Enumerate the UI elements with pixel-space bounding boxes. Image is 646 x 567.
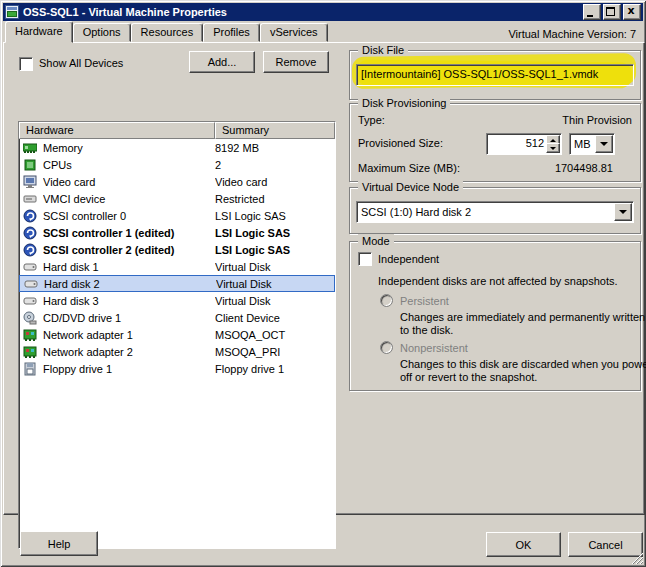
disk-file-group-label: Disk File xyxy=(358,43,408,57)
ok-button[interactable]: OK xyxy=(486,532,561,557)
independent-checkbox[interactable] xyxy=(358,252,372,266)
tab-vservices[interactable]: vServices xyxy=(260,23,328,42)
mode-group: Mode Independent Independent disks are n… xyxy=(349,241,641,391)
device-label: VMCI device xyxy=(43,193,215,205)
device-label: Hard disk 3 xyxy=(43,295,215,307)
hard-disk-icon xyxy=(23,294,37,307)
resize-grip[interactable] xyxy=(630,551,643,564)
hardware-row-cd-dvd-drive-1[interactable]: CD/DVD drive 1Client Device xyxy=(19,309,335,326)
persistent-radio[interactable] xyxy=(380,294,393,307)
device-summary: MSOQA_PRI xyxy=(215,346,335,358)
hardware-row-scsi-controller-1-edited-[interactable]: SCSI controller 1 (edited)LSI Logic SAS xyxy=(19,224,335,241)
device-label: Network adapter 2 xyxy=(43,346,215,358)
hardware-row-network-adapter-2[interactable]: Network adapter 2MSOQA_PRI xyxy=(19,343,335,360)
size-unit-combobox[interactable]: MB xyxy=(569,133,615,155)
device-label: Video card xyxy=(43,176,215,188)
remove-button[interactable]: Remove xyxy=(263,51,329,73)
provisioned-size-label: Provisioned Size: xyxy=(358,137,443,149)
device-node-dropdown-button[interactable] xyxy=(614,203,632,221)
provisioned-size-spinbox[interactable]: 512 xyxy=(486,133,562,155)
disk-file-value: [Intermountain6] OSS-SQL1/OSS-SQL1_1.vmd… xyxy=(361,68,598,80)
tab-label: Options xyxy=(83,26,121,38)
show-all-devices-checkbox[interactable] xyxy=(19,57,33,71)
add-button-label: Add... xyxy=(208,56,237,68)
device-summary: LSI Logic SAS xyxy=(215,210,335,222)
tab-label: vServices xyxy=(270,26,318,38)
device-summary: Virtual Disk xyxy=(215,261,335,273)
hardware-row-scsi-controller-2-edited-[interactable]: SCSI controller 2 (edited)LSI Logic SAS xyxy=(19,241,335,258)
help-button-label: Help xyxy=(48,538,71,550)
size-unit-value: MB xyxy=(570,138,594,150)
type-value: Thin Provision xyxy=(562,114,632,126)
hardware-list[interactable]: Hardware Summary Memory8192 MBCPUs2Video… xyxy=(18,121,336,549)
independent-label: Independent xyxy=(378,253,439,265)
disk-provisioning-group: Disk Provisioning Type: Thin Provision P… xyxy=(349,103,641,182)
device-label: CPUs xyxy=(43,159,215,171)
minimize-icon xyxy=(587,15,593,17)
device-summary: Client Device xyxy=(215,312,335,324)
disk-file-group: Disk File [Intermountain6] OSS-SQL1/OSS-… xyxy=(349,50,641,100)
maximum-size-label: Maximum Size (MB): xyxy=(358,162,460,174)
title-bar[interactable]: OSS-SQL1 - Virtual Machine Properties x xyxy=(3,3,643,21)
device-label: Hard disk 2 xyxy=(44,278,216,290)
hardware-row-scsi-controller-0[interactable]: SCSI controller 0LSI Logic SAS xyxy=(19,207,335,224)
disk-provisioning-group-label: Disk Provisioning xyxy=(358,96,450,110)
vmci-device-icon xyxy=(23,192,37,205)
virtual-device-node-group: Virtual Device Node SCSI (1:0) Hard disk… xyxy=(349,187,641,234)
help-button[interactable]: Help xyxy=(20,531,98,556)
nonpersistent-description: Changes to this disk are discarded when … xyxy=(400,358,646,384)
virtual-device-node-group-label: Virtual Device Node xyxy=(358,180,463,194)
device-summary: LSI Logic SAS xyxy=(215,227,335,239)
tab-hardware[interactable]: Hardware xyxy=(5,21,73,43)
device-summary: LSI Logic SAS xyxy=(215,244,335,256)
column-header-summary[interactable]: Summary xyxy=(215,122,335,139)
hardware-row-hard-disk-2[interactable]: Hard disk 2Virtual Disk xyxy=(19,275,335,292)
hardware-row-cpus[interactable]: CPUs2 xyxy=(19,156,335,173)
scsi-controller-icon xyxy=(23,243,37,256)
add-button[interactable]: Add... xyxy=(189,51,255,73)
virtual-device-node-combobox[interactable]: SCSI (1:0) Hard disk 2 xyxy=(356,201,634,223)
spin-down-button[interactable] xyxy=(546,143,560,153)
memory-icon xyxy=(23,141,37,154)
hardware-row-video-card[interactable]: Video cardVideo card xyxy=(19,173,335,190)
column-header-hardware[interactable]: Hardware xyxy=(19,122,215,139)
hardware-row-memory[interactable]: Memory8192 MB xyxy=(19,139,335,156)
hardware-row-hard-disk-1[interactable]: Hard disk 1Virtual Disk xyxy=(19,258,335,275)
chevron-down-icon xyxy=(619,210,627,214)
maximize-button[interactable] xyxy=(603,4,621,20)
tab-options[interactable]: Options xyxy=(73,23,131,42)
device-label: Floppy drive 1 xyxy=(43,363,215,375)
minimize-button[interactable] xyxy=(583,4,601,20)
close-icon: x xyxy=(624,4,638,18)
vm-version-label: Virtual Machine Version: 7 xyxy=(508,28,636,40)
ok-button-label: OK xyxy=(516,539,532,551)
hardware-row-hard-disk-3[interactable]: Hard disk 3Virtual Disk xyxy=(19,292,335,309)
vmware-app-icon xyxy=(5,5,19,19)
unit-dropdown-button[interactable] xyxy=(595,135,613,153)
hard-disk-icon xyxy=(23,260,37,273)
device-label: CD/DVD drive 1 xyxy=(43,312,215,324)
device-summary: Virtual Disk xyxy=(215,295,335,307)
spin-up-icon xyxy=(550,139,556,142)
hardware-row-network-adapter-1[interactable]: Network adapter 1MSOQA_OCT xyxy=(19,326,335,343)
hardware-row-floppy-drive-1[interactable]: Floppy drive 1Floppy drive 1 xyxy=(19,360,335,377)
network-adapter-icon xyxy=(23,328,37,341)
nonpersistent-label: Nonpersistent xyxy=(400,342,468,354)
persistent-label: Persistent xyxy=(400,295,449,307)
device-label: SCSI controller 1 (edited) xyxy=(43,227,215,239)
tab-resources[interactable]: Resources xyxy=(131,23,204,42)
cancel-button-label: Cancel xyxy=(588,539,622,551)
show-all-devices-label: Show All Devices xyxy=(39,57,123,69)
type-label: Type: xyxy=(358,114,385,126)
hardware-tab-page: Show All Devices Add... Remove Hardware … xyxy=(3,42,645,515)
scsi-controller-icon xyxy=(23,226,37,239)
independent-description: Independent disks are not affected by sn… xyxy=(378,275,618,287)
hardware-row-vmci-device[interactable]: VMCI deviceRestricted xyxy=(19,190,335,207)
nonpersistent-radio[interactable] xyxy=(380,341,393,354)
hardware-list-body: Memory8192 MBCPUs2Video cardVideo cardVM… xyxy=(19,139,335,377)
disk-file-field[interactable]: [Intermountain6] OSS-SQL1/OSS-SQL1_1.vmd… xyxy=(356,64,634,86)
device-summary: MSOQA_OCT xyxy=(215,329,335,341)
cd-dvd-icon xyxy=(23,311,37,324)
tab-profiles[interactable]: Profiles xyxy=(203,23,260,42)
close-button[interactable]: x xyxy=(623,4,641,20)
